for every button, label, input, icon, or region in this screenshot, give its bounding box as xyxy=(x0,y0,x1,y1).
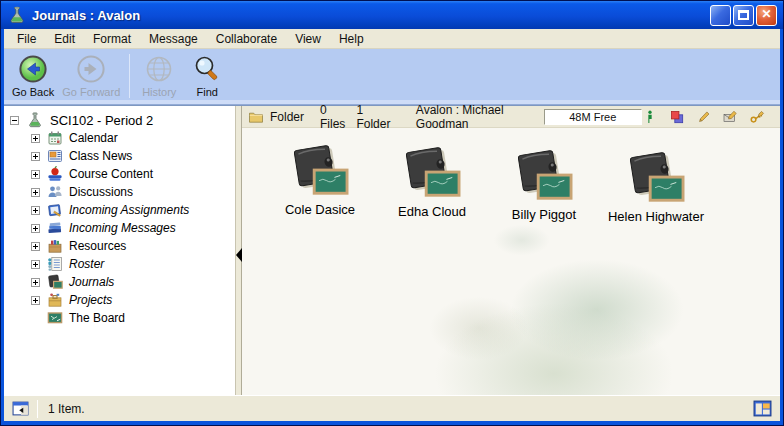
journal-item-helen-highwater[interactable]: Helen Highwater xyxy=(600,151,712,224)
folder-icon xyxy=(248,110,264,124)
pane-splitter[interactable] xyxy=(235,106,242,395)
projects-icon xyxy=(47,292,63,308)
tree-item-label: Journals xyxy=(67,275,116,289)
tree-item-discussions[interactable]: Discussions xyxy=(4,183,235,201)
journal-book-icon xyxy=(401,146,463,202)
maximize-button[interactable] xyxy=(733,5,754,26)
expand-box-icon[interactable] xyxy=(31,152,40,161)
forward-icon xyxy=(76,54,106,84)
free-space-indicator: 48M Free xyxy=(544,109,642,125)
board-icon xyxy=(47,310,63,326)
expand-box-icon[interactable] xyxy=(31,224,40,233)
expand-box-icon[interactable] xyxy=(31,188,40,197)
menu-item-format[interactable]: Format xyxy=(84,30,140,48)
toggle-sidebar-icon[interactable] xyxy=(12,401,29,416)
owner-label: Avalon : Michael Goodman xyxy=(416,103,532,131)
course-content-icon xyxy=(47,166,63,182)
menu-bar: FileEditFormatMessageCollaborateViewHelp xyxy=(4,29,780,49)
app-window: Journals : Avalon _ ✕ FileEditFormatMess… xyxy=(0,0,784,426)
go-forward-label: Go Forward xyxy=(62,86,120,98)
class-news-icon xyxy=(47,148,63,164)
expand-box-icon[interactable] xyxy=(31,170,40,179)
header-action-icons xyxy=(642,110,774,124)
tree-item-journals[interactable]: Journals xyxy=(4,273,235,291)
folders-count: 1 Folder xyxy=(356,103,391,131)
expand-box-icon[interactable] xyxy=(31,278,40,287)
journal-item-billy-piggot[interactable]: Billy Piggot xyxy=(488,149,600,222)
journal-item-label: Edha Cloud xyxy=(398,204,466,219)
expand-box-icon[interactable] xyxy=(31,134,40,143)
tree-item-label: Discussions xyxy=(67,185,135,199)
go-back-button[interactable]: Go Back xyxy=(8,52,58,100)
tree-item-course-content[interactable]: Course Content xyxy=(4,165,235,183)
tree-item-class-news[interactable]: Class News xyxy=(4,147,235,165)
folder-label: Folder xyxy=(270,110,304,124)
expand-box-icon[interactable] xyxy=(31,242,40,251)
tree-item-label: SCI102 - Period 2 xyxy=(48,113,155,128)
shapes-icon[interactable] xyxy=(669,110,685,124)
journal-item-label: Billy Piggot xyxy=(512,207,576,222)
journal-item-cole-dasice[interactable]: Cole Dasice xyxy=(264,144,376,217)
status-item-count: 1 Item. xyxy=(48,402,753,416)
tree-item-incoming-messages[interactable]: Incoming Messages xyxy=(4,219,235,237)
files-area: Cole DasiceEdha CloudBilly PiggotHelen H… xyxy=(242,128,780,395)
expand-box-icon[interactable] xyxy=(31,296,40,305)
go-back-label: Go Back xyxy=(12,86,54,98)
toolbar: Go BackGo ForwardHistoryFind xyxy=(4,49,780,105)
assignments-icon xyxy=(47,202,63,218)
menu-item-view[interactable]: View xyxy=(286,30,330,48)
title-bar: Journals : Avalon _ ✕ xyxy=(1,1,783,29)
history-icon xyxy=(144,54,174,84)
panes: SCI102 - Period 2CalendarClass NewsCours… xyxy=(4,105,780,395)
menu-item-message[interactable]: Message xyxy=(140,30,207,48)
close-button[interactable]: ✕ xyxy=(756,5,777,26)
journal-item-label: Cole Dasice xyxy=(285,202,355,217)
tree-item-label: Projects xyxy=(67,293,114,307)
tree-item-roster[interactable]: Roster xyxy=(4,255,235,273)
layout-view-icon[interactable] xyxy=(753,400,772,417)
tree-item-the-board[interactable]: The Board xyxy=(4,309,235,327)
tree-item-label: Incoming Assignments xyxy=(67,203,191,217)
tree-item-resources[interactable]: Resources xyxy=(4,237,235,255)
tree-item-incoming-assignments[interactable]: Incoming Assignments xyxy=(4,201,235,219)
discussions-icon xyxy=(47,184,63,200)
expand-box-icon[interactable] xyxy=(31,260,40,269)
roster-icon xyxy=(47,256,63,272)
tree-item-calendar[interactable]: Calendar xyxy=(4,129,235,147)
minimize-button[interactable]: _ xyxy=(710,5,731,26)
go-forward-button: Go Forward xyxy=(58,52,124,100)
menu-item-file[interactable]: File xyxy=(8,30,45,48)
find-button[interactable]: Find xyxy=(183,52,231,100)
menu-item-edit[interactable]: Edit xyxy=(45,30,84,48)
expander-spacer xyxy=(31,314,40,323)
tree-item-label: Roster xyxy=(67,257,106,271)
journal-book-icon xyxy=(289,144,351,200)
back-icon xyxy=(18,54,48,84)
tree-item-sci102-period-2[interactable]: SCI102 - Period 2 xyxy=(4,111,235,129)
person-icon[interactable] xyxy=(642,110,658,124)
journal-book-icon xyxy=(625,151,687,207)
menu-item-help[interactable]: Help xyxy=(330,30,373,48)
journals-icon xyxy=(47,274,63,290)
journal-item-edha-cloud[interactable]: Edha Cloud xyxy=(376,146,488,219)
files-row: Cole DasiceEdha CloudBilly PiggotHelen H… xyxy=(264,144,780,224)
key-pencil-icon[interactable] xyxy=(750,110,766,124)
tree-item-label: Calendar xyxy=(67,131,120,145)
window-controls: _ ✕ xyxy=(710,5,777,26)
pencil-icon[interactable] xyxy=(696,110,712,124)
tree-item-label: The Board xyxy=(67,311,127,325)
content-header-bar: Folder 0 Files 1 Folder Avalon : Michael… xyxy=(242,106,780,128)
compose-mail-icon[interactable] xyxy=(723,110,739,124)
find-label: Find xyxy=(197,86,218,98)
sidebar-tree: SCI102 - Period 2CalendarClass NewsCours… xyxy=(4,106,235,395)
tree-item-projects[interactable]: Projects xyxy=(4,291,235,309)
calendar-icon xyxy=(47,130,63,146)
toolbar-separator xyxy=(129,54,130,98)
menu-item-collaborate[interactable]: Collaborate xyxy=(207,30,286,48)
tree-item-label: Course Content xyxy=(67,167,155,181)
status-bar: 1 Item. xyxy=(4,395,780,421)
content-column: Folder 0 Files 1 Folder Avalon : Michael… xyxy=(242,106,780,395)
collapse-box-icon[interactable] xyxy=(10,116,19,125)
expand-box-icon[interactable] xyxy=(31,206,40,215)
files-count: 0 Files xyxy=(320,103,348,131)
